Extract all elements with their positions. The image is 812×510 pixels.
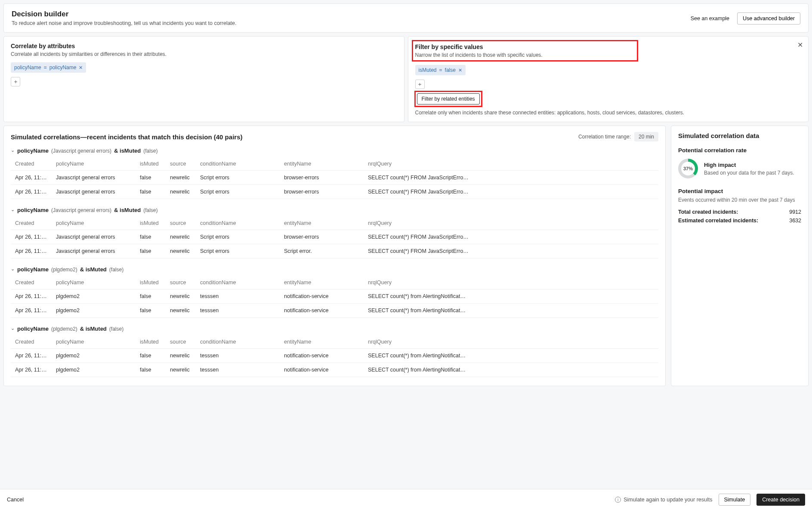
table-row[interactable]: Apr 26, 11:18pmJavascript general errors… — [11, 171, 658, 185]
cell-created: Apr 26, 11:09pm — [11, 244, 52, 258]
impact-title: High impact — [704, 162, 794, 168]
time-range-label: Correlation time range: — [578, 134, 631, 140]
col-source[interactable]: source — [166, 276, 196, 289]
donut-row: 37% High impact Based on your data for t… — [678, 159, 801, 178]
cell-policyname: plgdemo2 — [52, 304, 136, 318]
col-ismuted[interactable]: isMuted — [136, 157, 166, 171]
group-attr1: policyName — [17, 266, 49, 273]
see-example-link[interactable]: See an example — [691, 15, 729, 22]
col-source[interactable]: source — [166, 157, 196, 171]
cell-nrqlquery: SELECT count(*) from AlertingNotificat… — [364, 349, 658, 363]
col-conditionname[interactable]: conditionName — [196, 217, 280, 230]
group-amp: & isMuted — [80, 266, 107, 273]
group-val1: (plgdemo2) — [51, 267, 77, 273]
chevron-down-icon[interactable]: ⌄ — [11, 147, 15, 153]
col-created[interactable]: Created — [11, 217, 52, 230]
chip-remove-icon[interactable]: ✕ — [79, 65, 83, 71]
impact-sub: Based on your data for the past 7 days. — [704, 170, 794, 176]
col-entityname[interactable]: entityName — [280, 157, 364, 171]
correlation-table: CreatedpolicyNameisMutedsourceconditionN… — [11, 157, 658, 199]
time-range: Correlation time range: 20 min — [578, 132, 658, 141]
close-icon[interactable]: ✕ — [797, 41, 803, 49]
table-row[interactable]: Apr 26, 11:17pmplgdemo2falsenewrelictess… — [11, 289, 658, 304]
col-ismuted[interactable]: isMuted — [136, 335, 166, 349]
col-conditionname[interactable]: conditionName — [196, 276, 280, 289]
add-attribute-button[interactable]: ＋ — [11, 77, 20, 86]
col-entityname[interactable]: entityName — [280, 217, 364, 230]
add-filter-button[interactable]: ＋ — [415, 80, 425, 89]
chip-op: = — [439, 67, 442, 73]
donut-percent: 37% — [683, 166, 693, 171]
cell-conditionname: Script errors — [196, 171, 280, 185]
cell-entityname: notification-service — [280, 363, 364, 377]
cell-entityname: Script error. — [280, 244, 364, 258]
attribute-chip[interactable]: policyName = policyName ✕ — [11, 62, 86, 73]
filter-related-entities-button[interactable]: Filter by related entities — [417, 93, 480, 104]
cell-ismuted: false — [136, 289, 166, 304]
group-attr1: policyName — [17, 147, 49, 154]
cell-created: Apr 26, 11:00pm — [11, 304, 52, 318]
plus-icon: ＋ — [417, 80, 423, 88]
col-nrqlquery[interactable]: nrqlQuery — [364, 217, 658, 230]
cell-ismuted: false — [136, 363, 166, 377]
table-row[interactable]: Apr 26, 11:17pmplgdemo2falsenewrelictess… — [11, 349, 658, 363]
table-row[interactable]: Apr 26, 11:09pmJavascript general errors… — [11, 244, 658, 258]
chip-left: policyName — [14, 65, 41, 71]
col-conditionname[interactable]: conditionName — [196, 335, 280, 349]
chip-remove-icon[interactable]: ✕ — [458, 68, 462, 73]
cell-source: newrelic — [166, 230, 196, 244]
col-entityname[interactable]: entityName — [280, 276, 364, 289]
cell-entityname: notification-service — [280, 289, 364, 304]
col-policyname[interactable]: policyName — [52, 276, 136, 289]
cell-source: newrelic — [166, 304, 196, 318]
cell-conditionname: tesssen — [196, 349, 280, 363]
table-row[interactable]: Apr 26, 11:12pmJavascript general errors… — [11, 185, 658, 199]
col-policyname[interactable]: policyName — [52, 335, 136, 349]
cell-entityname: browser-errors — [280, 185, 364, 199]
table-row[interactable]: Apr 26, 11:18pmJavascript general errors… — [11, 230, 658, 244]
use-advanced-builder-button[interactable]: Use advanced builder — [737, 12, 800, 25]
simulated-correlations-panel: Simulated correlations—recent incidents … — [3, 126, 666, 386]
correlation-rate-donut: 37% — [678, 159, 698, 178]
header-text: Decision builder To reduce alert noise a… — [12, 10, 237, 26]
cell-created: Apr 26, 11:17pm — [11, 349, 52, 363]
correlate-title: Correlate by attributes — [11, 43, 397, 49]
group-header[interactable]: ⌄policyName (Javascript general errors) … — [11, 207, 658, 213]
chevron-down-icon[interactable]: ⌄ — [11, 266, 15, 272]
col-source[interactable]: source — [166, 335, 196, 349]
col-policyname[interactable]: policyName — [52, 157, 136, 171]
cell-policyname: plgdemo2 — [52, 289, 136, 304]
cell-ismuted: false — [136, 349, 166, 363]
filter-chip[interactable]: isMuted = false ✕ — [415, 65, 466, 75]
time-range-value[interactable]: 20 min — [634, 132, 658, 141]
filter-subtitle: Narrow the list of incidents to those wi… — [415, 52, 543, 58]
related-entities-note: Correlate only when incidents share thes… — [415, 110, 802, 116]
cell-source: newrelic — [166, 244, 196, 258]
cell-conditionname: tesssen — [196, 304, 280, 318]
cell-source: newrelic — [166, 185, 196, 199]
table-row[interactable]: Apr 26, 11:00pmplgdemo2falsenewrelictess… — [11, 304, 658, 318]
header-actions: See an example Use advanced builder — [691, 12, 800, 25]
col-nrqlquery[interactable]: nrqlQuery — [364, 157, 658, 171]
col-policyname[interactable]: policyName — [52, 217, 136, 230]
col-created[interactable]: Created — [11, 157, 52, 171]
col-source[interactable]: source — [166, 217, 196, 230]
col-entityname[interactable]: entityName — [280, 335, 364, 349]
chevron-down-icon[interactable]: ⌄ — [11, 207, 15, 212]
filter-by-values-panel: ✕ Filter by specific values Narrow the l… — [408, 36, 809, 122]
col-ismuted[interactable]: isMuted — [136, 276, 166, 289]
group-header[interactable]: ⌄policyName (plgdemo2) & isMuted (false) — [11, 326, 658, 332]
cell-source: newrelic — [166, 289, 196, 304]
col-created[interactable]: Created — [11, 335, 52, 349]
col-nrqlquery[interactable]: nrqlQuery — [364, 335, 658, 349]
col-conditionname[interactable]: conditionName — [196, 157, 280, 171]
table-row[interactable]: Apr 26, 11:03pmplgdemo2falsenewrelictess… — [11, 363, 658, 377]
col-ismuted[interactable]: isMuted — [136, 217, 166, 230]
group-header[interactable]: ⌄policyName (plgdemo2) & isMuted (false) — [11, 266, 658, 273]
cell-ismuted: false — [136, 244, 166, 258]
chevron-down-icon[interactable]: ⌄ — [11, 326, 15, 331]
cell-source: newrelic — [166, 171, 196, 185]
col-created[interactable]: Created — [11, 276, 52, 289]
col-nrqlquery[interactable]: nrqlQuery — [364, 276, 658, 289]
group-header[interactable]: ⌄policyName (Javascript general errors) … — [11, 147, 658, 154]
